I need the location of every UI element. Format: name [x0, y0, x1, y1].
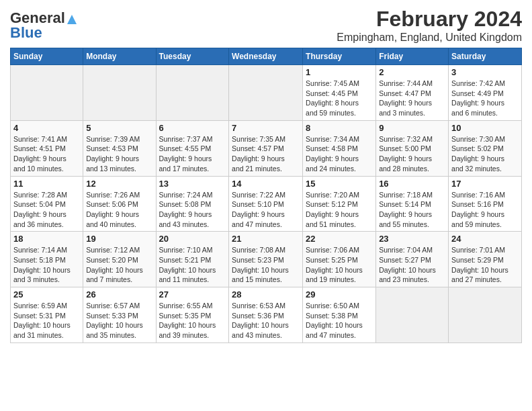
day-info: Sunrise: 7:24 AM Sunset: 5:08 PM Dayligh…	[159, 190, 226, 230]
calendar-cell	[11, 65, 83, 121]
day-info: Sunrise: 6:50 AM Sunset: 5:38 PM Dayligh…	[306, 301, 373, 340]
calendar-cell: 19Sunrise: 7:12 AM Sunset: 5:20 PM Dayli…	[83, 232, 156, 287]
calendar-week-row: 25Sunrise: 6:59 AM Sunset: 5:31 PM Dayli…	[11, 287, 522, 343]
day-info: Sunrise: 7:34 AM Sunset: 4:58 PM Dayligh…	[306, 134, 373, 174]
day-number: 8	[306, 123, 373, 133]
day-info: Sunrise: 7:32 AM Sunset: 5:00 PM Dayligh…	[379, 134, 445, 174]
day-number: 5	[86, 123, 152, 133]
day-number: 17	[451, 179, 519, 189]
calendar-cell: 17Sunrise: 7:16 AM Sunset: 5:16 PM Dayli…	[449, 176, 522, 232]
day-number: 19	[86, 234, 152, 244]
calendar-cell: 9Sunrise: 7:32 AM Sunset: 5:00 PM Daylig…	[376, 120, 449, 176]
calendar-cell: 10Sunrise: 7:30 AM Sunset: 5:02 PM Dayli…	[449, 120, 522, 176]
day-number: 12	[86, 179, 152, 189]
day-number: 2	[379, 67, 445, 77]
day-info: Sunrise: 6:57 AM Sunset: 5:33 PM Dayligh…	[86, 301, 152, 340]
day-info: Sunrise: 7:04 AM Sunset: 5:27 PM Dayligh…	[379, 245, 445, 285]
calendar-cell: 13Sunrise: 7:24 AM Sunset: 5:08 PM Dayli…	[156, 176, 229, 232]
day-info: Sunrise: 7:08 AM Sunset: 5:23 PM Dayligh…	[232, 245, 300, 285]
calendar-day-header: Wednesday	[229, 48, 303, 65]
day-info: Sunrise: 6:59 AM Sunset: 5:31 PM Dayligh…	[13, 301, 80, 340]
calendar-cell	[376, 287, 449, 343]
day-number: 15	[306, 179, 373, 189]
calendar-cell: 29Sunrise: 6:50 AM Sunset: 5:38 PM Dayli…	[303, 287, 376, 343]
day-info: Sunrise: 7:45 AM Sunset: 4:45 PM Dayligh…	[306, 79, 373, 118]
day-number: 6	[159, 123, 226, 133]
day-number: 11	[13, 179, 80, 189]
calendar-cell: 20Sunrise: 7:10 AM Sunset: 5:21 PM Dayli…	[156, 232, 229, 287]
svg-marker-0	[67, 15, 77, 24]
day-number: 24	[451, 234, 519, 244]
day-info: Sunrise: 7:22 AM Sunset: 5:10 PM Dayligh…	[232, 190, 300, 230]
day-info: Sunrise: 7:20 AM Sunset: 5:12 PM Dayligh…	[306, 190, 373, 230]
day-info: Sunrise: 7:42 AM Sunset: 4:49 PM Dayligh…	[451, 79, 519, 118]
logo-blue: Blue	[10, 24, 42, 42]
calendar-day-header: Friday	[376, 48, 449, 65]
calendar-header-row: SundayMondayTuesdayWednesdayThursdayFrid…	[11, 48, 522, 65]
day-info: Sunrise: 7:44 AM Sunset: 4:47 PM Dayligh…	[379, 79, 445, 118]
day-info: Sunrise: 7:06 AM Sunset: 5:25 PM Dayligh…	[306, 245, 373, 285]
day-info: Sunrise: 7:18 AM Sunset: 5:14 PM Dayligh…	[379, 190, 445, 230]
calendar-cell: 25Sunrise: 6:59 AM Sunset: 5:31 PM Dayli…	[11, 287, 83, 343]
day-number: 28	[232, 289, 300, 300]
day-number: 25	[13, 289, 80, 300]
calendar-cell: 5Sunrise: 7:39 AM Sunset: 4:53 PM Daylig…	[83, 120, 156, 176]
calendar-day-header: Tuesday	[156, 48, 229, 65]
calendar-week-row: 18Sunrise: 7:14 AM Sunset: 5:18 PM Dayli…	[11, 232, 522, 287]
day-info: Sunrise: 7:41 AM Sunset: 4:51 PM Dayligh…	[13, 134, 80, 174]
title-area: February 2024 Empingham, England, United…	[337, 7, 522, 44]
calendar-cell	[449, 287, 522, 343]
page-subtitle: Empingham, England, United Kingdom	[337, 32, 522, 44]
calendar-cell: 11Sunrise: 7:28 AM Sunset: 5:04 PM Dayli…	[11, 176, 83, 232]
logo: General Blue	[10, 9, 78, 42]
day-number: 29	[306, 289, 373, 300]
calendar-cell: 2Sunrise: 7:44 AM Sunset: 4:47 PM Daylig…	[376, 65, 449, 121]
day-number: 16	[379, 179, 445, 189]
day-info: Sunrise: 7:12 AM Sunset: 5:20 PM Dayligh…	[86, 245, 152, 285]
calendar-cell: 14Sunrise: 7:22 AM Sunset: 5:10 PM Dayli…	[229, 176, 303, 232]
day-number: 13	[159, 179, 226, 189]
calendar-cell	[156, 65, 229, 121]
calendar-cell: 12Sunrise: 7:26 AM Sunset: 5:06 PM Dayli…	[83, 176, 156, 232]
calendar-cell: 1Sunrise: 7:45 AM Sunset: 4:45 PM Daylig…	[303, 65, 376, 121]
header: General Blue February 2024 Empingham, En…	[10, 7, 522, 44]
calendar-week-row: 11Sunrise: 7:28 AM Sunset: 5:04 PM Dayli…	[11, 176, 522, 232]
calendar-cell: 21Sunrise: 7:08 AM Sunset: 5:23 PM Dayli…	[229, 232, 303, 287]
day-number: 18	[13, 234, 80, 244]
calendar-week-row: 4Sunrise: 7:41 AM Sunset: 4:51 PM Daylig…	[11, 120, 522, 176]
day-number: 21	[232, 234, 300, 244]
logo-icon	[66, 13, 78, 26]
calendar-cell: 4Sunrise: 7:41 AM Sunset: 4:51 PM Daylig…	[11, 120, 83, 176]
calendar-table: SundayMondayTuesdayWednesdayThursdayFrid…	[10, 48, 522, 343]
calendar-cell: 15Sunrise: 7:20 AM Sunset: 5:12 PM Dayli…	[303, 176, 376, 232]
calendar-cell: 28Sunrise: 6:53 AM Sunset: 5:36 PM Dayli…	[229, 287, 303, 343]
calendar-cell: 27Sunrise: 6:55 AM Sunset: 5:35 PM Dayli…	[156, 287, 229, 343]
day-info: Sunrise: 7:28 AM Sunset: 5:04 PM Dayligh…	[13, 190, 80, 230]
calendar-cell	[229, 65, 303, 121]
calendar-day-header: Thursday	[303, 48, 376, 65]
day-info: Sunrise: 7:26 AM Sunset: 5:06 PM Dayligh…	[86, 190, 152, 230]
calendar-day-header: Saturday	[449, 48, 522, 65]
calendar-cell: 16Sunrise: 7:18 AM Sunset: 5:14 PM Dayli…	[376, 176, 449, 232]
day-number: 4	[13, 123, 80, 133]
day-info: Sunrise: 7:30 AM Sunset: 5:02 PM Dayligh…	[451, 134, 519, 174]
day-number: 26	[86, 289, 152, 300]
day-number: 3	[451, 67, 519, 77]
day-number: 9	[379, 123, 445, 133]
page-title: February 2024	[337, 7, 522, 32]
calendar-cell: 6Sunrise: 7:37 AM Sunset: 4:55 PM Daylig…	[156, 120, 229, 176]
day-info: Sunrise: 7:10 AM Sunset: 5:21 PM Dayligh…	[159, 245, 226, 285]
calendar-day-header: Monday	[83, 48, 156, 65]
day-number: 1	[306, 67, 373, 77]
day-info: Sunrise: 7:16 AM Sunset: 5:16 PM Dayligh…	[451, 190, 519, 230]
day-number: 27	[159, 289, 226, 300]
calendar-cell: 8Sunrise: 7:34 AM Sunset: 4:58 PM Daylig…	[303, 120, 376, 176]
calendar-week-row: 1Sunrise: 7:45 AM Sunset: 4:45 PM Daylig…	[11, 65, 522, 121]
day-number: 10	[451, 123, 519, 133]
day-info: Sunrise: 7:01 AM Sunset: 5:29 PM Dayligh…	[451, 245, 519, 285]
calendar-day-header: Sunday	[11, 48, 83, 65]
day-info: Sunrise: 7:39 AM Sunset: 4:53 PM Dayligh…	[86, 134, 152, 174]
day-info: Sunrise: 7:37 AM Sunset: 4:55 PM Dayligh…	[159, 134, 226, 174]
day-number: 14	[232, 179, 300, 189]
day-info: Sunrise: 6:55 AM Sunset: 5:35 PM Dayligh…	[159, 301, 226, 340]
